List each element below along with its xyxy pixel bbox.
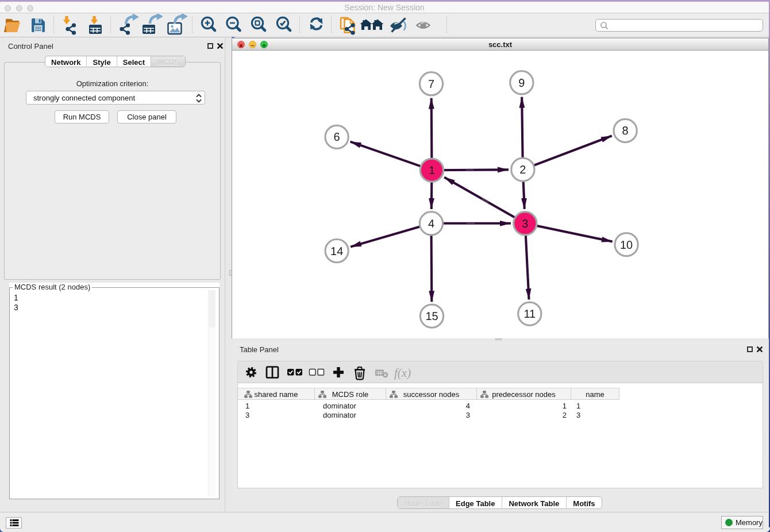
svg-text:14: 14: [330, 245, 343, 258]
svg-text:7: 7: [428, 78, 434, 91]
svg-text:4: 4: [428, 218, 434, 230]
svg-text:6: 6: [334, 131, 340, 144]
svg-text:9: 9: [518, 77, 525, 90]
svg-text:1: 1: [429, 164, 435, 177]
svg-text:10: 10: [620, 239, 633, 252]
svg-text:8: 8: [622, 125, 629, 137]
svg-text:f(x): f(x): [394, 366, 411, 380]
svg-text:2: 2: [519, 164, 526, 176]
svg-text:15: 15: [425, 310, 438, 323]
svg-text:3: 3: [522, 218, 528, 230]
svg-text:11: 11: [523, 308, 536, 321]
